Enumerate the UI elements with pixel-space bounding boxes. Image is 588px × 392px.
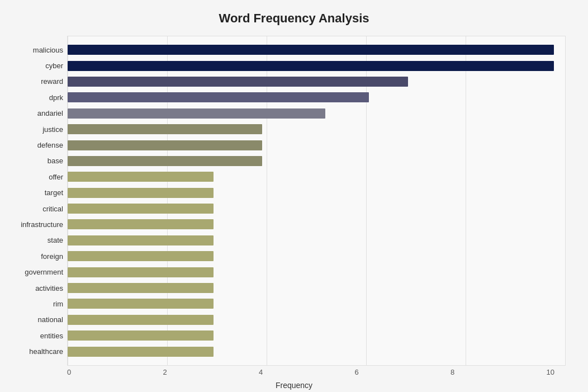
- bar-row: offer: [68, 171, 554, 183]
- bar: [68, 347, 214, 357]
- bar-label: andariel: [2, 109, 63, 117]
- bar-label: base: [2, 157, 63, 165]
- x-tick: 8: [451, 368, 454, 376]
- bar-row: foreign: [68, 250, 554, 262]
- bar: [68, 77, 408, 87]
- bar-row: critical: [68, 202, 554, 215]
- bar-row: defense: [68, 139, 554, 152]
- bar-label: state: [2, 236, 63, 244]
- bar-row: justice: [68, 123, 554, 135]
- bar-row: healthcare: [68, 346, 554, 358]
- bar-row: andariel: [68, 107, 554, 120]
- bar: [68, 330, 214, 341]
- bar-label: infrastructure: [2, 220, 63, 229]
- x-tick: 4: [259, 368, 263, 376]
- bar: [68, 92, 369, 102]
- chart-container: Word Frequency Analysis maliciouscyberre…: [0, 0, 588, 392]
- bar-row: rim: [68, 297, 554, 310]
- bar: [68, 283, 214, 293]
- bar-label: justice: [2, 125, 63, 134]
- bar-row: government: [68, 266, 554, 278]
- bar-label: malicious: [2, 46, 63, 54]
- bar-label: activities: [2, 284, 63, 292]
- bar: [68, 156, 262, 166]
- bar-row: target: [68, 187, 554, 199]
- bar-label: government: [2, 268, 63, 276]
- bar-row: infrastructure: [68, 218, 554, 230]
- bar-row: malicious: [68, 44, 554, 56]
- bar-label: offer: [2, 173, 63, 181]
- bar: [68, 315, 214, 325]
- bar: [68, 140, 262, 150]
- bar: [68, 204, 214, 214]
- bar-row: activities: [68, 282, 554, 294]
- bar-row: state: [68, 234, 554, 247]
- bar-row: cyber: [68, 60, 554, 72]
- x-tick: 6: [355, 368, 359, 376]
- bar-row: entities: [68, 329, 554, 342]
- bar: [68, 188, 214, 198]
- bar-label: cyber: [2, 62, 63, 70]
- bar-label: entities: [2, 332, 63, 340]
- x-axis-label: Frequency: [22, 381, 566, 390]
- x-tick: 10: [547, 368, 554, 376]
- bar-label: defense: [2, 141, 63, 149]
- bar-label: national: [2, 315, 63, 324]
- x-tick: 0: [67, 368, 71, 376]
- bar: [68, 235, 214, 245]
- bar-label: reward: [2, 77, 63, 86]
- bar: [68, 172, 214, 182]
- bar-label: target: [2, 188, 63, 197]
- bar-label: healthcare: [2, 347, 63, 356]
- bar-label: foreign: [2, 252, 63, 261]
- x-tick: 2: [163, 368, 167, 376]
- bar-row: dprk: [68, 91, 554, 103]
- bar: [68, 45, 554, 55]
- chart-title: Word Frequency Analysis: [22, 11, 566, 26]
- chart-area: maliciouscyberrewarddprkandarieljusticed…: [67, 36, 566, 366]
- bar: [68, 267, 214, 277]
- bar-row: national: [68, 314, 554, 326]
- bar: [68, 251, 214, 261]
- bar: [68, 108, 325, 119]
- bar-row: reward: [68, 75, 554, 88]
- bar: [68, 124, 262, 134]
- bar: [68, 219, 214, 229]
- bar-label: critical: [2, 205, 63, 213]
- bar-label: rim: [2, 300, 63, 308]
- bar-label: dprk: [2, 93, 63, 102]
- bar-row: base: [68, 155, 554, 167]
- bar: [68, 61, 554, 71]
- bar: [68, 299, 214, 309]
